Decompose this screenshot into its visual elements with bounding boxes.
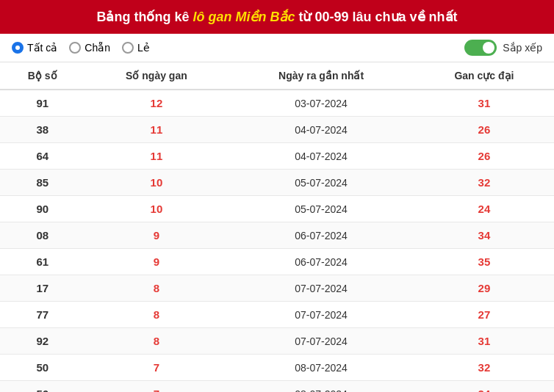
cell-bo-so: 50 bbox=[0, 355, 84, 381]
header: Bảng thống kê lô gan Miền Bắc từ 00-99 l… bbox=[0, 0, 554, 34]
cell-bo-so: 92 bbox=[0, 328, 84, 355]
table-row: 50708-07-202432 bbox=[0, 355, 554, 381]
cell-ngay-ra: 07-07-2024 bbox=[228, 275, 414, 302]
radio-tat-ca[interactable] bbox=[12, 42, 24, 54]
filter-tat-ca-label: Tất cả bbox=[27, 42, 57, 54]
cell-ngay-gan: 10 bbox=[84, 196, 228, 222]
sort-label: Sắp xếp bbox=[503, 42, 542, 54]
cell-ngay-ra: 03-07-2024 bbox=[228, 90, 414, 117]
cell-ngay-gan: 8 bbox=[84, 275, 228, 302]
sort-toggle-container: Sắp xếp bbox=[464, 40, 542, 56]
cell-bo-so: 08 bbox=[0, 222, 84, 249]
table-row: 851005-07-202432 bbox=[0, 170, 554, 196]
cell-ngay-ra: 05-07-2024 bbox=[228, 170, 414, 196]
header-title-after: từ 00-99 lâu chưa về nhất bbox=[295, 10, 457, 24]
cell-bo-so: 56 bbox=[0, 381, 84, 393]
cell-gan-cuc-dai: 35 bbox=[414, 249, 554, 275]
cell-ngay-ra: 04-07-2024 bbox=[228, 117, 414, 143]
header-title-highlight: lô gan Miền Bắc bbox=[193, 10, 295, 24]
filter-bar: Tất cả Chẵn Lẻ Sắp xếp bbox=[0, 34, 554, 62]
table-row: 92807-07-202431 bbox=[0, 328, 554, 355]
sort-toggle-switch[interactable] bbox=[464, 40, 497, 56]
cell-bo-so: 77 bbox=[0, 302, 84, 328]
table-row: 381104-07-202426 bbox=[0, 117, 554, 143]
cell-bo-so: 91 bbox=[0, 90, 84, 117]
cell-ngay-ra: 08-07-2024 bbox=[228, 381, 414, 393]
cell-gan-cuc-dai: 31 bbox=[414, 328, 554, 355]
cell-ngay-gan: 8 bbox=[84, 302, 228, 328]
cell-bo-so: 85 bbox=[0, 170, 84, 196]
cell-ngay-ra: 07-07-2024 bbox=[228, 328, 414, 355]
cell-ngay-ra: 08-07-2024 bbox=[228, 355, 414, 381]
col-header-bo-so: Bộ số bbox=[0, 62, 84, 90]
col-header-ngay-gan: Số ngày gan bbox=[84, 62, 228, 90]
filter-chan-label: Chẵn bbox=[84, 42, 110, 54]
cell-gan-cuc-dai: 34 bbox=[414, 222, 554, 249]
table-row: 17807-07-202429 bbox=[0, 275, 554, 302]
cell-bo-so: 90 bbox=[0, 196, 84, 222]
table-row: 641104-07-202426 bbox=[0, 143, 554, 170]
col-header-ngay-ra: Ngày ra gần nhất bbox=[228, 62, 414, 90]
cell-gan-cuc-dai: 29 bbox=[414, 275, 554, 302]
header-title-before: Bảng thống kê bbox=[96, 10, 193, 24]
cell-ngay-ra: 06-07-2024 bbox=[228, 222, 414, 249]
cell-bo-so: 38 bbox=[0, 117, 84, 143]
radio-le[interactable] bbox=[122, 42, 134, 54]
cell-ngay-gan: 9 bbox=[84, 249, 228, 275]
col-header-gan-cuc-dai: Gan cực đại bbox=[414, 62, 554, 90]
cell-gan-cuc-dai: 32 bbox=[414, 355, 554, 381]
cell-gan-cuc-dai: 26 bbox=[414, 117, 554, 143]
cell-bo-so: 61 bbox=[0, 249, 84, 275]
cell-ngay-gan: 10 bbox=[84, 170, 228, 196]
cell-gan-cuc-dai: 26 bbox=[414, 143, 554, 170]
cell-ngay-gan: 9 bbox=[84, 222, 228, 249]
cell-ngay-gan: 12 bbox=[84, 90, 228, 117]
cell-ngay-gan: 8 bbox=[84, 328, 228, 355]
cell-gan-cuc-dai: 27 bbox=[414, 302, 554, 328]
table-row: 77807-07-202427 bbox=[0, 302, 554, 328]
cell-bo-so: 64 bbox=[0, 143, 84, 170]
table-row: 61906-07-202435 bbox=[0, 249, 554, 275]
filter-le-label: Lẻ bbox=[137, 42, 150, 54]
cell-ngay-gan: 7 bbox=[84, 381, 228, 393]
cell-bo-so: 17 bbox=[0, 275, 84, 302]
table-row: 08906-07-202434 bbox=[0, 222, 554, 249]
cell-gan-cuc-dai: 24 bbox=[414, 196, 554, 222]
cell-ngay-gan: 11 bbox=[84, 143, 228, 170]
cell-ngay-gan: 7 bbox=[84, 355, 228, 381]
table-row: 911203-07-202431 bbox=[0, 90, 554, 117]
table-header-row: Bộ số Số ngày gan Ngày ra gần nhất Gan c… bbox=[0, 62, 554, 90]
cell-gan-cuc-dai: 24 bbox=[414, 381, 554, 393]
cell-gan-cuc-dai: 31 bbox=[414, 90, 554, 117]
cell-ngay-gan: 11 bbox=[84, 117, 228, 143]
cell-ngay-ra: 07-07-2024 bbox=[228, 302, 414, 328]
filter-tat-ca[interactable]: Tất cả bbox=[12, 42, 57, 54]
filter-chan[interactable]: Chẵn bbox=[69, 42, 110, 54]
table-row: 901005-07-202424 bbox=[0, 196, 554, 222]
cell-ngay-ra: 04-07-2024 bbox=[228, 143, 414, 170]
radio-chan[interactable] bbox=[69, 42, 81, 54]
filter-le[interactable]: Lẻ bbox=[122, 42, 150, 54]
cell-ngay-ra: 06-07-2024 bbox=[228, 249, 414, 275]
cell-gan-cuc-dai: 32 bbox=[414, 170, 554, 196]
filter-group: Tất cả Chẵn Lẻ bbox=[12, 42, 450, 54]
main-table: Bộ số Số ngày gan Ngày ra gần nhất Gan c… bbox=[0, 62, 554, 392]
cell-ngay-ra: 05-07-2024 bbox=[228, 196, 414, 222]
table-row: 56708-07-202424 bbox=[0, 381, 554, 393]
